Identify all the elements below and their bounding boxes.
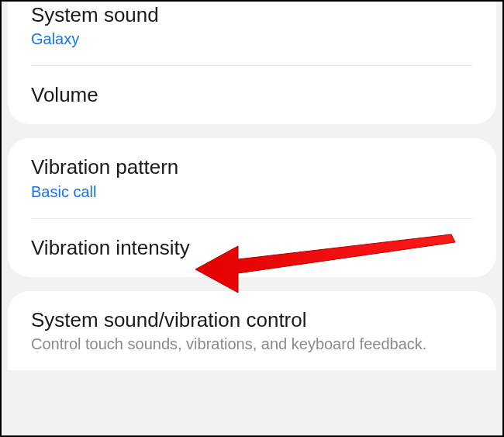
settings-card-system-sound-control: System sound/vibration control Control t… — [8, 291, 496, 370]
setting-title: System sound/vibration control — [31, 308, 473, 332]
setting-vibration-pattern[interactable]: Vibration pattern Basic call — [8, 138, 496, 217]
setting-vibration-intensity[interactable]: Vibration intensity — [8, 219, 496, 277]
setting-system-sound[interactable]: System sound Galaxy — [8, 0, 496, 65]
settings-card-vibration: Vibration pattern Basic call Vibration i… — [8, 138, 496, 276]
setting-title: Volume — [31, 83, 473, 107]
setting-volume[interactable]: Volume — [8, 66, 496, 124]
setting-subtitle: Control touch sounds, vibrations, and ke… — [31, 335, 473, 353]
setting-title: Vibration intensity — [31, 236, 473, 260]
setting-title: System sound — [31, 3, 473, 27]
setting-title: Vibration pattern — [31, 155, 473, 179]
setting-value: Basic call — [31, 183, 473, 201]
settings-card-sound: System sound Galaxy Volume — [8, 0, 496, 124]
setting-value: Galaxy — [31, 30, 473, 48]
setting-system-sound-vibration-control[interactable]: System sound/vibration control Control t… — [8, 291, 496, 370]
